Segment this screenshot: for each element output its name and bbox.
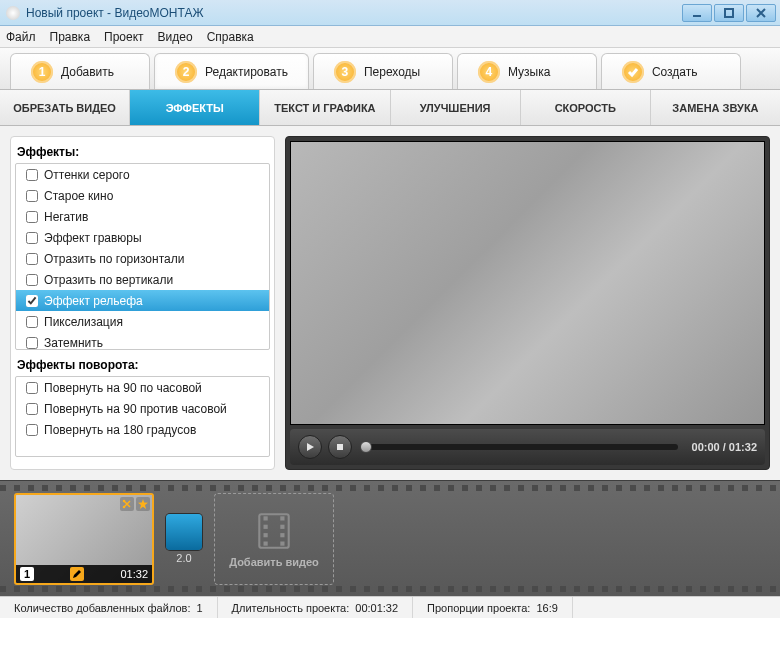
effect-item[interactable]: Негатив — [16, 206, 269, 227]
effect-checkbox[interactable] — [26, 169, 38, 181]
effect-checkbox[interactable] — [26, 382, 38, 394]
maximize-button[interactable] — [714, 4, 744, 22]
menu-file[interactable]: Файл — [6, 30, 36, 44]
status-bar: Количество добавленных файлов: 1 Длитель… — [0, 596, 780, 618]
menu-edit[interactable]: Правка — [50, 30, 91, 44]
work-area: Эффекты: Оттенки серогоСтарое киноНегати… — [0, 126, 780, 480]
svg-rect-11 — [280, 533, 284, 537]
effect-label: Повернуть на 90 по часовой — [44, 381, 202, 395]
tab-text[interactable]: ТЕКСТ И ГРАФИКА — [260, 90, 390, 125]
tab-crop[interactable]: ОБРЕЗАТЬ ВИДЕО — [0, 90, 130, 125]
add-video-button[interactable]: Добавить видео — [214, 493, 334, 585]
svg-rect-7 — [264, 533, 268, 537]
effect-checkbox[interactable] — [26, 253, 38, 265]
timeline-clip[interactable]: 1 01:32 — [14, 493, 154, 585]
close-button[interactable] — [746, 4, 776, 22]
effect-label: Старое кино — [44, 189, 113, 203]
effect-label: Эффект гравюры — [44, 231, 142, 245]
step-music[interactable]: 4 Музыка — [457, 53, 597, 89]
svg-rect-8 — [264, 541, 268, 545]
clip-info-bar: 1 01:32 — [16, 565, 152, 583]
step-edit[interactable]: 2 Редактировать — [154, 53, 309, 89]
player-controls: 00:00 / 01:32 — [290, 429, 765, 465]
status-files: Количество добавленных файлов: 1 — [0, 597, 218, 618]
step-transitions[interactable]: 3 Переходы — [313, 53, 453, 89]
step-add[interactable]: 1 Добавить — [10, 53, 150, 89]
clip-duration: 01:32 — [120, 568, 148, 580]
seek-handle[interactable] — [360, 441, 372, 453]
effect-item[interactable]: Повернуть на 90 по часовой — [16, 377, 269, 398]
tab-speed[interactable]: СКОРОСТЬ — [521, 90, 651, 125]
star-icon[interactable] — [136, 497, 150, 511]
effect-checkbox[interactable] — [26, 403, 38, 415]
status-files-value: 1 — [196, 602, 202, 614]
effect-label: Отразить по горизонтали — [44, 252, 184, 266]
menu-bar: Файл Правка Проект Видео Справка — [0, 26, 780, 48]
transition-duration: 2.0 — [176, 552, 191, 564]
effect-item[interactable]: Эффект рельефа — [16, 290, 269, 311]
add-video-label: Добавить видео — [229, 556, 319, 568]
effect-checkbox[interactable] — [26, 424, 38, 436]
edit-clip-icon[interactable] — [70, 567, 84, 581]
step-number-icon: 2 — [175, 61, 197, 83]
tab-improve[interactable]: УЛУЧШЕНИЯ — [391, 90, 521, 125]
effect-checkbox[interactable] — [26, 295, 38, 307]
rotation-list: Повернуть на 90 по часовойПовернуть на 9… — [15, 376, 270, 457]
effects-panel: Эффекты: Оттенки серогоСтарое киноНегати… — [10, 136, 275, 470]
seek-bar[interactable] — [366, 444, 678, 450]
step-number-icon: 3 — [334, 61, 356, 83]
minimize-button[interactable] — [682, 4, 712, 22]
menu-project[interactable]: Проект — [104, 30, 144, 44]
film-perforation — [0, 485, 780, 491]
timeline[interactable]: 1 01:32 2.0 Добавить видео — [0, 480, 780, 596]
svg-rect-1 — [337, 444, 343, 450]
effect-item[interactable]: Старое кино — [16, 185, 269, 206]
svg-rect-5 — [264, 516, 268, 520]
video-preview[interactable] — [290, 141, 765, 425]
app-icon — [6, 6, 20, 20]
effect-checkbox[interactable] — [26, 190, 38, 202]
menu-video[interactable]: Видео — [158, 30, 193, 44]
effect-item[interactable]: Отразить по вертикали — [16, 269, 269, 290]
stop-button[interactable] — [328, 435, 352, 459]
step-number-icon: 1 — [31, 61, 53, 83]
effect-item[interactable]: Эффект гравюры — [16, 227, 269, 248]
svg-rect-6 — [264, 524, 268, 528]
svg-rect-0 — [725, 9, 733, 17]
rotation-scroll[interactable]: Повернуть на 90 по часовойПовернуть на 9… — [16, 377, 269, 456]
status-aspect-value: 16:9 — [536, 602, 557, 614]
tab-audio[interactable]: ЗАМЕНА ЗВУКА — [651, 90, 780, 125]
svg-point-3 — [123, 505, 126, 508]
effect-checkbox[interactable] — [26, 211, 38, 223]
effect-item[interactable]: Пикселизация — [16, 311, 269, 332]
checkmark-icon — [622, 61, 644, 83]
effect-item[interactable]: Затемнить — [16, 332, 269, 349]
window-title: Новый проект - ВидеоМОНТАЖ — [26, 6, 680, 20]
effect-label: Повернуть на 180 градусов — [44, 423, 196, 437]
status-aspect-label: Пропорции проекта: — [427, 602, 530, 614]
effect-checkbox[interactable] — [26, 232, 38, 244]
tab-effects[interactable]: ЭФФЕКТЫ — [130, 90, 260, 125]
scissors-icon[interactable] — [120, 497, 134, 511]
step-create[interactable]: Создать — [601, 53, 741, 89]
transition-chip[interactable] — [166, 514, 202, 550]
play-button[interactable] — [298, 435, 322, 459]
menu-help[interactable]: Справка — [207, 30, 254, 44]
effects-heading: Эффекты: — [17, 145, 268, 159]
status-files-label: Количество добавленных файлов: — [14, 602, 190, 614]
step-label: Создать — [652, 65, 698, 79]
effect-checkbox[interactable] — [26, 337, 38, 349]
effect-checkbox[interactable] — [26, 274, 38, 286]
effects-scroll[interactable]: Оттенки серогоСтарое киноНегативЭффект г… — [16, 164, 269, 349]
effect-label: Оттенки серого — [44, 168, 130, 182]
step-label: Переходы — [364, 65, 420, 79]
film-perforation — [0, 586, 780, 592]
svg-point-2 — [123, 499, 126, 502]
effects-list: Оттенки серогоСтарое киноНегативЭффект г… — [15, 163, 270, 350]
effect-item[interactable]: Повернуть на 180 градусов — [16, 419, 269, 440]
effect-item[interactable]: Повернуть на 90 против часовой — [16, 398, 269, 419]
effect-item[interactable]: Оттенки серого — [16, 164, 269, 185]
effect-label: Негатив — [44, 210, 88, 224]
effect-checkbox[interactable] — [26, 316, 38, 328]
effect-item[interactable]: Отразить по горизонтали — [16, 248, 269, 269]
